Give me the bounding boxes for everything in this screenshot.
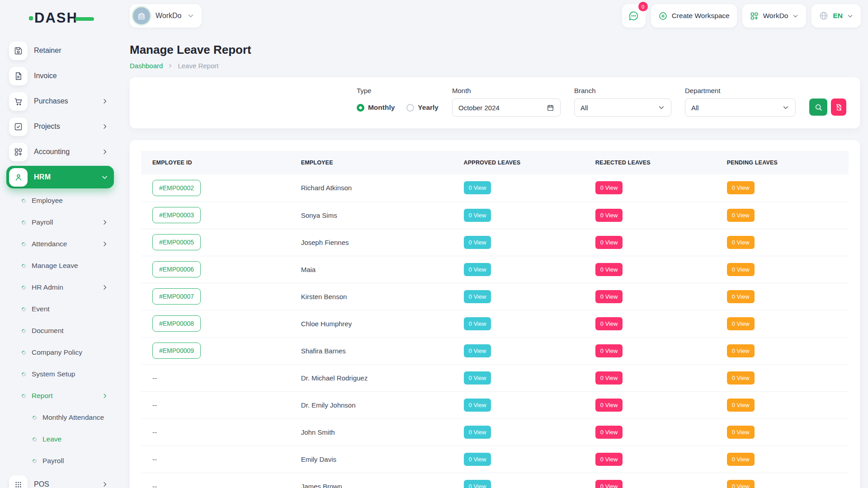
rejected-leaves-view-button[interactable]: 0 View (595, 236, 623, 249)
chevron-right-icon (101, 240, 108, 248)
employee-id-badge[interactable]: #EMP00002 (152, 180, 201, 196)
branch-select[interactable]: All (574, 99, 671, 117)
create-workspace-button[interactable]: Create Workspace (651, 4, 737, 28)
department-select[interactable]: All (685, 99, 796, 117)
messages-button[interactable]: 0 (622, 4, 646, 28)
search-button[interactable] (809, 99, 827, 116)
workspace-select[interactable]: WorkDo (130, 4, 202, 28)
pending-leaves-view-button[interactable]: 0 View (727, 290, 755, 303)
rejected-leaves-view-button[interactable]: 0 View (595, 290, 623, 303)
sidebar-item-system-setup[interactable]: System Setup (6, 363, 114, 385)
bullet-icon (21, 285, 27, 291)
breadcrumb: Dashboard Leave Report (130, 62, 860, 70)
pending-leaves-view-button[interactable]: 0 View (727, 399, 755, 412)
sidebar-item-company-policy[interactable]: Company Policy (6, 342, 114, 363)
rejected-leaves-view-button[interactable]: 0 View (595, 480, 623, 488)
sidebar-item-invoice[interactable]: Invoice (6, 63, 114, 89)
reset-button[interactable] (831, 99, 846, 116)
radio-monthly-label: Monthly (368, 103, 395, 112)
table-row: --James Brown0 View0 View0 View (141, 473, 849, 488)
approved-leaves-view-button[interactable]: 0 View (464, 317, 491, 330)
rejected-leaves-view-button[interactable]: 0 View (595, 181, 623, 194)
employee-id-badge[interactable]: #EMP00005 (152, 234, 201, 250)
main-content: Manage Leave Report Dashboard Leave Repo… (130, 33, 860, 488)
pos-grid-icon (9, 475, 28, 488)
sidebar-item-label: Event (32, 305, 50, 313)
col-header-employee: EMPLOYEE (290, 151, 453, 174)
rejected-leaves-view-button[interactable]: 0 View (595, 263, 623, 276)
approved-leaves-view-button[interactable]: 0 View (464, 263, 491, 276)
topbar-actions: 0 Create Workspace WorkDo (622, 4, 861, 28)
breadcrumb-dashboard-link[interactable]: Dashboard (130, 62, 163, 70)
sidebar-item-projects[interactable]: Projects (6, 114, 114, 139)
sidebar-item-hr-admin[interactable]: HR Admin (6, 277, 114, 298)
approved-leaves-view-button[interactable]: 0 View (464, 426, 491, 439)
sidebar-item-hrm[interactable]: HRM (6, 166, 114, 188)
chevron-right-icon (101, 148, 108, 155)
sidebar-item-pos[interactable]: POS (6, 472, 114, 488)
employee-id-badge[interactable]: #EMP00006 (152, 261, 201, 277)
approved-leaves-view-button[interactable]: 0 View (464, 453, 491, 466)
workspace-menu-button[interactable]: WorkDo (742, 4, 807, 28)
sidebar-item-label: Manage Leave (32, 262, 78, 270)
pending-leaves-view-button[interactable]: 0 View (727, 344, 755, 357)
approved-leaves-view-button[interactable]: 0 View (464, 480, 491, 488)
employee-id-badge[interactable]: #EMP00003 (152, 207, 201, 223)
sidebar-item-document[interactable]: Document (6, 320, 114, 342)
pending-leaves-view-button[interactable]: 0 View (727, 426, 755, 439)
sidebar-item-employee[interactable]: Employee (6, 190, 114, 211)
sidebar-item-purchases[interactable]: Purchases (6, 89, 114, 114)
pending-leaves-view-button[interactable]: 0 View (727, 209, 755, 222)
approved-leaves-view-button[interactable]: 0 View (464, 371, 491, 385)
chevron-down-icon (101, 174, 108, 181)
pending-leaves-view-button[interactable]: 0 View (727, 263, 755, 276)
approved-leaves-view-button[interactable]: 0 View (464, 399, 491, 412)
sidebar-item-payroll[interactable]: Payroll (6, 211, 114, 233)
sidebar-item-retainer[interactable]: Retainer (6, 38, 114, 63)
rejected-leaves-view-button[interactable]: 0 View (595, 399, 623, 412)
employee-id-empty: -- (152, 401, 157, 409)
pending-leaves-view-button[interactable]: 0 View (727, 371, 755, 385)
employee-id-empty: -- (152, 428, 157, 436)
save-icon (9, 42, 28, 60)
pending-leaves-view-button[interactable]: 0 View (727, 236, 755, 249)
rejected-leaves-view-button[interactable]: 0 View (595, 209, 623, 222)
sidebar-item-leave[interactable]: Leave (6, 428, 114, 450)
pending-leaves-view-button[interactable]: 0 View (727, 181, 755, 194)
sidebar-item-label: Projects (34, 122, 60, 131)
language-select[interactable]: EN (811, 4, 861, 28)
rejected-leaves-view-button[interactable]: 0 View (595, 426, 623, 439)
employee-id-badge[interactable]: #EMP00007 (152, 288, 201, 305)
sidebar-item-accounting[interactable]: Accounting (6, 139, 114, 164)
sidebar-item-monthly-attendance[interactable]: Monthly Attendance (6, 407, 114, 428)
pending-leaves-view-button[interactable]: 0 View (727, 480, 755, 488)
approved-leaves-view-button[interactable]: 0 View (464, 290, 491, 303)
sidebar-item-manage-leave[interactable]: Manage Leave (6, 255, 114, 277)
employee-id-empty: -- (152, 483, 157, 488)
approved-leaves-view-button[interactable]: 0 View (464, 181, 491, 194)
rejected-leaves-view-button[interactable]: 0 View (595, 371, 623, 385)
sidebar-item-label: Accounting (34, 148, 70, 156)
approved-leaves-view-button[interactable]: 0 View (464, 209, 491, 222)
rejected-leaves-view-button[interactable]: 0 View (595, 453, 623, 466)
approved-leaves-view-button[interactable]: 0 View (464, 236, 491, 249)
pending-leaves-view-button[interactable]: 0 View (727, 453, 755, 466)
pending-leaves-view-button[interactable]: 0 View (727, 317, 755, 330)
sidebar-item-attendance[interactable]: Attendance (6, 233, 114, 255)
sidebar-item-event[interactable]: Event (6, 298, 114, 320)
sidebar-item-payroll[interactable]: Payroll (6, 450, 114, 472)
sidebar-item-report[interactable]: Report (6, 385, 114, 407)
rejected-leaves-view-button[interactable]: 0 View (595, 344, 623, 357)
employee-id-badge[interactable]: #EMP00009 (152, 343, 201, 359)
approved-leaves-view-button[interactable]: 0 View (464, 344, 491, 357)
radio-yearly[interactable]: Yearly (406, 103, 439, 112)
employee-name: John Smith (301, 428, 335, 436)
radio-monthly[interactable]: Monthly (357, 103, 395, 112)
employee-id-badge[interactable]: #EMP00008 (152, 315, 201, 332)
app-logo[interactable]: DASH (29, 10, 94, 26)
rejected-leaves-view-button[interactable]: 0 View (595, 317, 623, 330)
month-input[interactable]: October 2024 (452, 99, 561, 117)
cart-icon (9, 92, 28, 111)
chevron-down-icon (782, 104, 789, 111)
month-label: Month (452, 87, 561, 94)
